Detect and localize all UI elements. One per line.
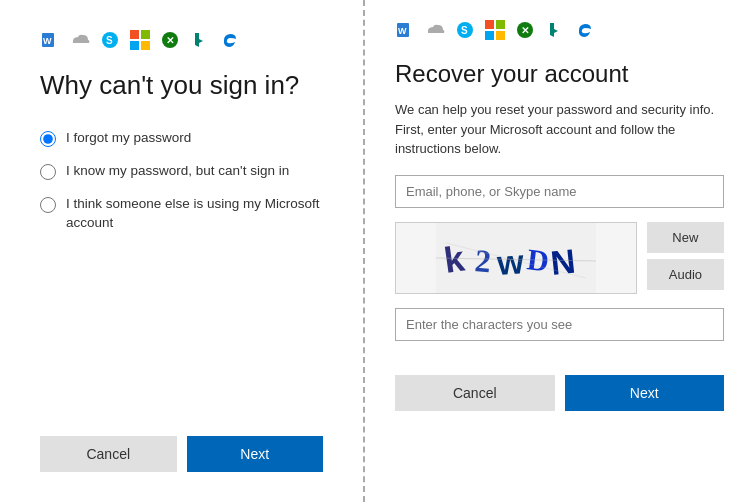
left-title: Why can't you sign in? [40,70,323,101]
left-cancel-button[interactable]: Cancel [40,436,177,472]
radio-know-password[interactable] [40,164,56,180]
right-next-button[interactable]: Next [565,375,725,411]
svg-text:w: w [495,242,526,282]
skype-icon: S [100,30,120,50]
right-button-row: Cancel Next [395,375,724,411]
word-icon: W [40,30,60,50]
microsoft-logo-right [485,20,505,40]
ms-icons-right: W S ✕ [395,20,724,40]
svg-text:N: N [549,241,577,281]
right-panel: W S ✕ Recover your account We can help y… [365,0,754,502]
radio-option-3[interactable]: I think someone else is using my Microso… [40,195,323,233]
radio-forgot-password[interactable] [40,131,56,147]
bing-icon-right [545,20,565,40]
svg-text:S: S [106,35,113,46]
captcha-new-button[interactable]: New [647,222,724,253]
left-next-button[interactable]: Next [187,436,324,472]
svg-text:W: W [398,26,407,36]
captcha-buttons: New Audio [647,222,724,294]
radio-option-1[interactable]: I forgot my password [40,129,323,148]
microsoft-logo-left [130,30,150,50]
captcha-image: k 2 w D N [395,222,637,294]
radio-forgot-password-label[interactable]: I forgot my password [66,129,191,148]
onedrive-icon-right [425,20,445,40]
right-cancel-button[interactable]: Cancel [395,375,555,411]
right-description: We can help you reset your password and … [395,100,724,159]
svg-text:✕: ✕ [166,35,174,46]
onedrive-icon [70,30,90,50]
radio-someone-else-label[interactable]: I think someone else is using my Microso… [66,195,323,233]
left-panel: W S ✕ Why can't you sign in? I forgot my [0,0,365,502]
edge-icon [220,30,240,50]
captcha-audio-button[interactable]: Audio [647,259,724,290]
svg-text:2: 2 [473,242,492,279]
radio-someone-else[interactable] [40,197,56,213]
svg-text:W: W [43,36,52,46]
captcha-input[interactable] [395,308,724,341]
skype-icon-right: S [455,20,475,40]
word-icon-right: W [395,20,415,40]
email-input[interactable] [395,175,724,208]
bing-icon [190,30,210,50]
captcha-row: k 2 w D N New Audio [395,222,724,294]
xbox-icon-right: ✕ [515,20,535,40]
svg-text:✕: ✕ [521,25,529,36]
ms-icons-left: W S ✕ [40,30,323,50]
radio-option-2[interactable]: I know my password, but can't sign in [40,162,323,181]
svg-text:S: S [461,25,468,36]
xbox-icon: ✕ [160,30,180,50]
edge-icon-right [575,20,595,40]
left-button-row: Cancel Next [40,436,323,472]
right-title: Recover your account [395,60,724,88]
radio-know-password-label[interactable]: I know my password, but can't sign in [66,162,289,181]
radio-group: I forgot my password I know my password,… [40,129,323,233]
